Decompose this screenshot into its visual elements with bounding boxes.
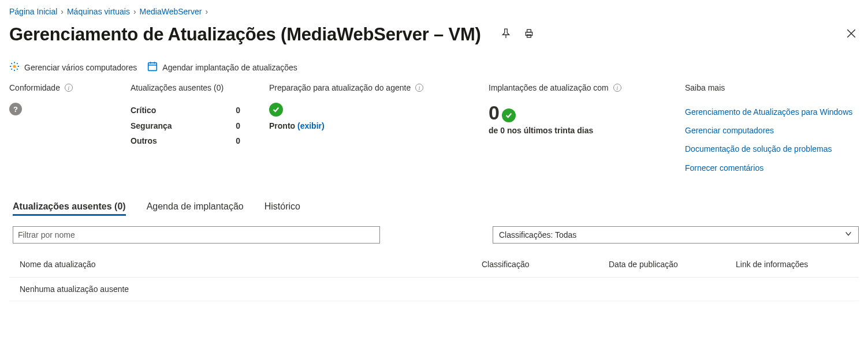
col-publish-date: Data de publicação (609, 260, 736, 269)
check-icon (502, 108, 516, 122)
learn-link-computers[interactable]: Gerenciar computadores (685, 121, 859, 140)
learn-link-windows[interactable]: Gerenciamento de Atualizações para Windo… (685, 103, 859, 121)
chevron-right-icon: › (133, 7, 136, 16)
missing-updates-label: Atualizações ausentes (0) (131, 83, 223, 92)
info-icon[interactable]: i (65, 84, 73, 92)
page-title: Gerenciamento de Atualizações (MediaWebS… (9, 24, 481, 45)
close-icon[interactable] (846, 28, 859, 41)
learn-more-label: Saiba mais (685, 83, 725, 92)
deployments-count: 0 (489, 103, 500, 122)
classification-select-label: Classificações: Todas (499, 230, 576, 239)
compliance-card: Conformidade i ? (9, 83, 102, 115)
toolbar: Gerenciar vários computadores Agendar im… (9, 59, 859, 83)
deployments-subtext: de 0 nos últimos trinta dias (489, 126, 656, 135)
filter-name-input[interactable] (13, 226, 380, 244)
learn-link-troubleshoot[interactable]: Documentação de solução de problemas (685, 140, 859, 158)
manage-multiple-label: Gerenciar vários computadores (24, 63, 137, 72)
chevron-right-icon: › (205, 7, 208, 16)
critical-label: Crítico (131, 103, 156, 118)
table-header: Nome da atualização Classificação Data d… (9, 260, 859, 278)
missing-updates-card: Atualizações ausentes (0) Crítico0 Segur… (131, 83, 240, 149)
check-icon (269, 103, 283, 117)
agent-view-link[interactable]: (exibir) (297, 121, 325, 130)
agent-readiness-label: Preparação para atualização do agente (269, 83, 411, 92)
tab-history[interactable]: Histórico (265, 201, 300, 216)
chevron-right-icon: › (61, 7, 64, 16)
filter-row: Classificações: Todas (9, 226, 859, 244)
chevron-down-icon (844, 230, 852, 239)
calendar-icon (147, 61, 158, 73)
gear-icon (9, 61, 20, 73)
svg-rect-2 (527, 35, 531, 38)
pin-icon[interactable] (501, 28, 511, 41)
breadcrumb-vms[interactable]: Máquinas virtuais (67, 7, 130, 16)
info-icon[interactable]: i (613, 84, 621, 92)
print-icon[interactable] (524, 28, 534, 41)
compliance-label: Conformidade (9, 83, 60, 92)
agent-readiness-card: Preparação para atualização do agente i … (269, 83, 460, 130)
col-update-name: Nome da atualização (20, 260, 482, 269)
others-label: Outros (131, 133, 157, 149)
others-value: 0 (236, 133, 240, 149)
col-classification: Classificação (482, 260, 609, 269)
title-row: Gerenciamento de Atualizações (MediaWebS… (9, 24, 859, 45)
schedule-deployment-button[interactable]: Agendar implantação de atualizações (147, 61, 297, 73)
classification-select[interactable]: Classificações: Todas (493, 226, 859, 244)
security-value: 0 (236, 118, 240, 134)
summary-row: Conformidade i ? Atualizações ausentes (… (9, 83, 859, 177)
learn-more-card: Saiba mais Gerenciamento de Atualizações… (685, 83, 859, 177)
manage-multiple-button[interactable]: Gerenciar vários computadores (9, 61, 137, 73)
deployments-label: Implantações de atualização com (489, 83, 609, 92)
breadcrumb-vm[interactable]: MediaWebServer (140, 7, 202, 16)
svg-rect-1 (527, 29, 531, 32)
security-label: Segurança (131, 118, 172, 134)
tabs: Atualizações ausentes (0) Agenda de impl… (9, 201, 859, 216)
agent-ready-text: Pronto (269, 121, 295, 130)
col-info-link: Link de informações (736, 260, 859, 269)
learn-link-feedback[interactable]: Fornecer comentários (685, 159, 859, 177)
critical-value: 0 (236, 103, 240, 118)
svg-point-3 (13, 65, 16, 68)
breadcrumb-home[interactable]: Página Inicial (9, 7, 57, 16)
tab-missing-updates[interactable]: Atualizações ausentes (0) (13, 201, 126, 216)
info-icon[interactable]: i (415, 84, 423, 92)
question-icon: ? (9, 103, 22, 115)
table-empty-row: Nenhuma atualização ausente (9, 278, 859, 301)
breadcrumb: Página Inicial › Máquinas virtuais › Med… (9, 7, 859, 16)
deployments-card: Implantações de atualização com i 0 de 0… (489, 83, 656, 135)
svg-rect-4 (148, 63, 157, 71)
schedule-deployment-label: Agendar implantação de atualizações (162, 63, 297, 72)
tab-deployment-schedule[interactable]: Agenda de implantação (147, 201, 244, 216)
missing-updates-table: Crítico0 Segurança0 Outros0 (131, 103, 240, 149)
